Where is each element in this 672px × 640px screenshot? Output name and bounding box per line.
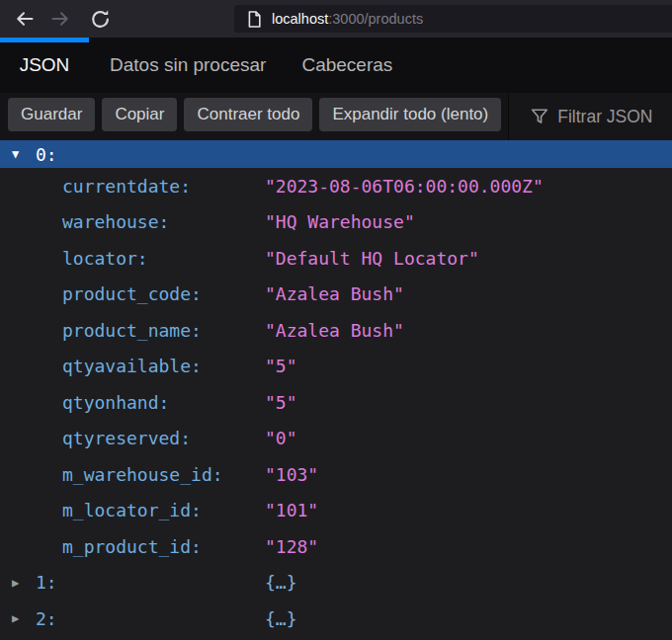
tab-json-label: JSON bbox=[20, 54, 70, 76]
property-key: product_code: bbox=[62, 283, 202, 304]
page-icon bbox=[247, 11, 262, 28]
expand-all-button[interactable]: Expandir todo (lento) bbox=[319, 98, 501, 131]
forward-arrow-icon bbox=[53, 13, 67, 25]
json-property-warehouse: warehouse: "HQ Warehouse" bbox=[0, 204, 672, 241]
tab-headers-label: Cabeceras bbox=[301, 54, 392, 76]
url-path: :3000/products bbox=[328, 11, 423, 27]
url-host: localhost bbox=[272, 11, 328, 27]
filter-json-input[interactable]: Filtrar JSON bbox=[508, 93, 672, 140]
property-key: qtyonhand: bbox=[62, 392, 169, 413]
tab-raw-data-label: Datos sin procesar bbox=[110, 54, 266, 76]
forward-button[interactable] bbox=[48, 7, 72, 31]
filter-funnel-icon bbox=[531, 108, 548, 125]
property-value: "Azalea Bush" bbox=[265, 320, 404, 341]
json-property-locator: locator: "Default HQ Locator" bbox=[0, 240, 672, 277]
tab-json[interactable]: JSON bbox=[0, 38, 89, 93]
property-value: "Azalea Bush" bbox=[265, 283, 404, 304]
property-key: locator: bbox=[62, 248, 148, 269]
property-value: "2023-08-06T06:00:00.000Z" bbox=[265, 176, 544, 197]
row-key: 2: bbox=[36, 608, 57, 629]
object-summary: {…} bbox=[265, 572, 297, 593]
expander-open-icon[interactable]: ▼ bbox=[12, 147, 36, 161]
copy-button[interactable]: Copiar bbox=[102, 98, 177, 131]
property-value: "Default HQ Locator" bbox=[265, 248, 479, 269]
reload-button[interactable] bbox=[88, 7, 112, 31]
json-row-0-key: 0: bbox=[36, 144, 57, 165]
expander-closed-icon[interactable]: ▶ bbox=[12, 576, 36, 590]
property-value: "5" bbox=[265, 356, 297, 376]
tab-raw-data[interactable]: Datos sin procesar bbox=[92, 38, 284, 93]
property-key: warehouse: bbox=[62, 211, 169, 232]
property-value: "103" bbox=[265, 464, 318, 485]
object-summary: {…} bbox=[265, 608, 297, 629]
save-button[interactable]: Guardar bbox=[8, 98, 95, 131]
active-tab-indicator bbox=[0, 38, 89, 42]
property-key: product_name: bbox=[62, 320, 202, 341]
json-row-1[interactable]: ▶ 1: {…} bbox=[0, 565, 672, 601]
json-row-2[interactable]: ▶ 2: {…} bbox=[0, 600, 672, 637]
json-property-product-name: product_name: "Azalea Bush" bbox=[0, 312, 672, 349]
url-bar[interactable]: localhost:3000/products bbox=[234, 5, 672, 33]
property-key: currentdate: bbox=[62, 176, 191, 197]
json-property-m-warehouse-id: m_warehouse_id: "103" bbox=[0, 456, 672, 493]
property-key: m_warehouse_id: bbox=[62, 464, 223, 485]
tab-headers[interactable]: Cabeceras bbox=[284, 38, 410, 93]
property-key: qtyavailable: bbox=[62, 356, 202, 376]
json-property-currentdate: currentdate: "2023-08-06T06:00:00.000Z" bbox=[0, 168, 672, 204]
property-value: "101" bbox=[265, 500, 318, 520]
json-tree: currentdate: "2023-08-06T06:00:00.000Z" … bbox=[0, 168, 672, 640]
json-property-product-code: product_code: "Azalea Bush" bbox=[0, 277, 672, 313]
collapse-all-button[interactable]: Contraer todo bbox=[184, 98, 312, 131]
back-button[interactable] bbox=[13, 7, 37, 31]
json-property-m-product-id: m_product_id: "128" bbox=[0, 528, 672, 565]
browser-toolbar: localhost:3000/products bbox=[0, 0, 672, 38]
property-key: m_product_id: bbox=[62, 536, 202, 557]
json-viewer-toolbar: Guardar Copiar Contraer todo Expandir to… bbox=[0, 93, 672, 140]
json-viewer-tabstrip: JSON Datos sin procesar Cabeceras bbox=[0, 38, 672, 93]
json-property-qtyreserved: qtyreserved: "0" bbox=[0, 421, 672, 457]
json-property-qtyonhand: qtyonhand: "5" bbox=[0, 384, 672, 421]
json-row-0[interactable]: ▼ 0: bbox=[0, 140, 672, 168]
url-text: localhost:3000/products bbox=[272, 11, 423, 27]
property-value: "5" bbox=[265, 392, 297, 413]
expander-closed-icon[interactable]: ▶ bbox=[12, 611, 36, 625]
property-value: "HQ Warehouse" bbox=[265, 211, 415, 232]
property-key: m_locator_id: bbox=[62, 500, 202, 520]
filter-json-placeholder: Filtrar JSON bbox=[557, 107, 652, 127]
back-arrow-icon bbox=[18, 13, 32, 25]
row-key: 1: bbox=[36, 572, 57, 593]
property-key: qtyreserved: bbox=[62, 428, 191, 448]
property-value: "128" bbox=[265, 536, 318, 557]
property-value: "0" bbox=[265, 428, 297, 448]
json-property-qtyavailable: qtyavailable: "5" bbox=[0, 349, 672, 385]
json-property-m-locator-id: m_locator_id: "101" bbox=[0, 493, 672, 529]
